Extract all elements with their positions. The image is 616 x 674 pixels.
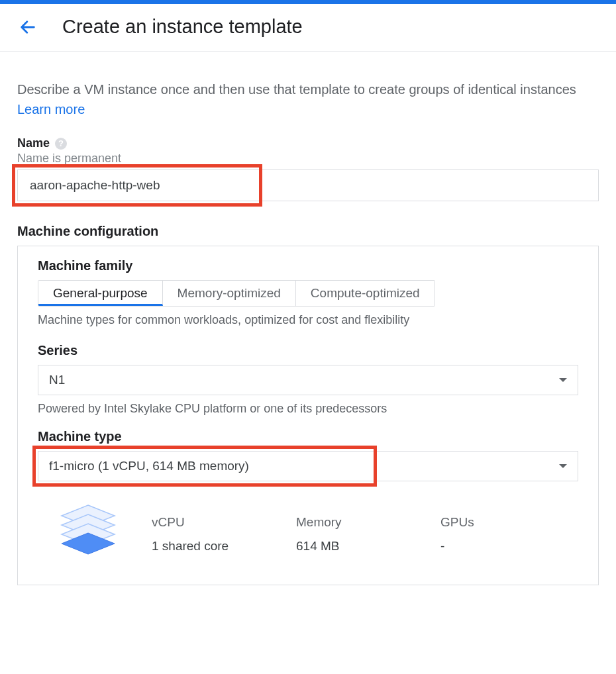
memory-label: Memory bbox=[296, 515, 409, 530]
machine-family-label: Machine family bbox=[38, 258, 578, 273]
vcpu-col: vCPU 1 shared core bbox=[152, 515, 264, 554]
memory-col: Memory 614 MB bbox=[296, 515, 409, 554]
series-group: Series N1 Powered by Intel Skylake CPU p… bbox=[38, 343, 578, 416]
gpus-value: - bbox=[440, 539, 553, 554]
series-hint: Powered by Intel Skylake CPU platform or… bbox=[38, 402, 578, 416]
name-label: Name bbox=[17, 136, 50, 150]
chevron-down-icon bbox=[559, 378, 567, 382]
name-field-group: Name ? Name is permanent bbox=[17, 136, 599, 201]
series-value: N1 bbox=[49, 373, 65, 387]
machine-type-label: Machine type bbox=[38, 429, 578, 444]
series-label: Series bbox=[38, 343, 578, 358]
page-header: Create an instance template bbox=[0, 4, 616, 52]
name-sublabel: Name is permanent bbox=[17, 152, 599, 166]
machine-config-heading: Machine configuration bbox=[17, 224, 599, 239]
page-description: Describe a VM instance once and then use… bbox=[17, 79, 599, 119]
machine-type-group: Machine type f1-micro (1 vCPU, 614 MB me… bbox=[38, 429, 578, 567]
name-input[interactable] bbox=[17, 169, 599, 201]
machine-type-select[interactable]: f1-micro (1 vCPU, 614 MB memory) bbox=[38, 451, 578, 481]
main-content: Describe a VM instance once and then use… bbox=[0, 52, 616, 599]
vcpu-label: vCPU bbox=[152, 515, 264, 530]
name-input-row bbox=[17, 169, 599, 201]
page-title: Create an instance template bbox=[62, 16, 303, 38]
machine-family-hint: Machine types for common workloads, opti… bbox=[38, 313, 578, 327]
memory-value: 614 MB bbox=[296, 539, 409, 554]
tab-memory-optimized[interactable]: Memory-optimized bbox=[163, 281, 296, 306]
gpus-col: GPUs - bbox=[440, 515, 553, 554]
help-icon[interactable]: ? bbox=[55, 138, 67, 150]
back-arrow-icon[interactable] bbox=[17, 17, 38, 38]
vcpu-value: 1 shared core bbox=[152, 539, 264, 554]
resource-summary: vCPU 1 shared core Memory 614 MB GPUs - bbox=[38, 481, 578, 567]
chevron-down-icon bbox=[559, 464, 567, 468]
gpus-label: GPUs bbox=[440, 515, 553, 530]
machine-family-tabs: General-purpose Memory-optimized Compute… bbox=[38, 280, 435, 307]
learn-more-link[interactable]: Learn more bbox=[17, 102, 85, 117]
description-text: Describe a VM instance once and then use… bbox=[17, 82, 576, 97]
machine-type-value: f1-micro (1 vCPU, 614 MB memory) bbox=[49, 459, 249, 473]
tab-compute-optimized[interactable]: Compute-optimized bbox=[296, 281, 435, 306]
machine-config-card: Machine family General-purpose Memory-op… bbox=[17, 246, 599, 585]
machine-stack-icon bbox=[56, 501, 120, 567]
name-label-row: Name ? bbox=[17, 136, 599, 150]
tab-general-purpose[interactable]: General-purpose bbox=[38, 281, 163, 306]
machine-type-row: f1-micro (1 vCPU, 614 MB memory) bbox=[38, 451, 578, 481]
series-select[interactable]: N1 bbox=[38, 365, 578, 395]
